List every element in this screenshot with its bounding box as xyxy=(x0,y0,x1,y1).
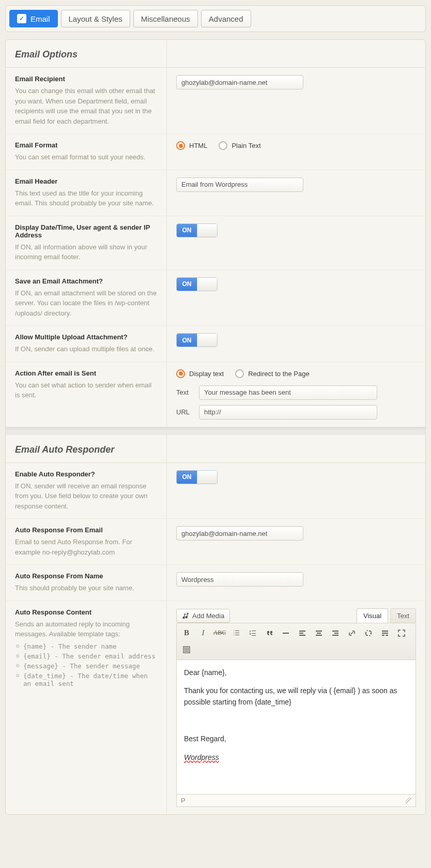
tag-message: {message} - The sender message xyxy=(16,662,157,670)
label-save-attachment: Save an Email Attachment? xyxy=(15,277,157,285)
radio-format-plain[interactable]: Plain Text xyxy=(219,141,260,150)
editor-line-2: Thank you for contacting us, we will rep… xyxy=(184,685,408,708)
toggle-on-label: ON xyxy=(177,471,197,484)
label-multi-attachment: Allow Multiple Upload Attachment? xyxy=(15,333,157,341)
input-action-text[interactable] xyxy=(199,385,377,400)
svg-rect-0 xyxy=(283,633,289,634)
blockquote-button[interactable] xyxy=(263,626,276,640)
label-action-text: Text xyxy=(176,388,194,396)
desc-save-attachment: If ON, an email attachment will be store… xyxy=(15,288,157,319)
row-datetime-ip: Display Date/Time, User agent & sender I… xyxy=(6,216,425,270)
editor-body[interactable]: Dear {name}, Thank you for contacting us… xyxy=(176,660,416,795)
radio-dot-icon xyxy=(176,369,185,378)
insert-more-button[interactable] xyxy=(378,626,392,640)
desc-email-header: This text used as the title for your inc… xyxy=(15,188,157,208)
desc-action-after-sent: You can set what action to sender when e… xyxy=(15,380,157,400)
row-email-header: Email Header This text used as the title… xyxy=(6,170,425,216)
desc-email-format: You can set email format to suit your ne… xyxy=(15,152,157,162)
italic-button[interactable]: I xyxy=(196,626,210,640)
editor-statusbar: P xyxy=(176,795,416,807)
editor-toolbar: B I ABC xyxy=(176,623,416,660)
editor-tab-text[interactable]: Text xyxy=(390,608,416,623)
editor-path: P xyxy=(181,797,186,804)
label-ar-from-email: Auto Response From Email xyxy=(15,526,157,534)
row-ar-content: Auto Response Content Sends an automated… xyxy=(6,601,425,814)
row-save-attachment: Save an Email Attachment? If ON, an emai… xyxy=(6,270,425,326)
toolbar-toggle-button[interactable] xyxy=(180,643,193,656)
unlink-button[interactable] xyxy=(362,626,375,640)
label-enable-ar: Enable Auto Responder? xyxy=(15,470,157,478)
label-datetime-ip: Display Date/Time, User agent & sender I… xyxy=(15,223,157,239)
label-action-url: URL xyxy=(176,408,194,416)
toggle-datetime-ip[interactable]: ON xyxy=(176,223,218,237)
resize-handle-icon[interactable] xyxy=(405,797,411,803)
input-email-recipient[interactable] xyxy=(176,75,303,89)
label-ar-content: Auto Response Content xyxy=(15,608,157,616)
label-action-after-sent: Action After email is Sent xyxy=(15,369,157,377)
align-right-button[interactable] xyxy=(329,626,342,640)
section-title-email-options: Email Options xyxy=(15,49,157,60)
radio-action-redirect[interactable]: Redirect to the Page xyxy=(235,369,310,378)
tab-layout-styles[interactable]: Layout & Styles xyxy=(61,10,130,27)
label-email-header: Email Header xyxy=(15,177,157,185)
check-icon: ✓ xyxy=(17,14,26,23)
editor-line-1: Dear {name}, xyxy=(184,667,408,679)
settings-card: Email Options Email Recipient You can ch… xyxy=(5,39,426,815)
toggle-knob xyxy=(197,334,217,347)
tab-layout-label: Layout & Styles xyxy=(69,14,122,23)
strikethrough-button[interactable]: ABC xyxy=(213,626,226,640)
row-email-format: Email Format You can set email format to… xyxy=(6,133,425,170)
bold-button[interactable]: B xyxy=(180,626,193,640)
radio-action-display-text[interactable]: Display text xyxy=(176,369,224,378)
tab-misc-label: Miscellaneous xyxy=(141,14,190,23)
toggle-enable-ar[interactable]: ON xyxy=(176,470,218,484)
row-email-recipient: Email Recipient You can change this emai… xyxy=(6,67,425,133)
fullscreen-button[interactable] xyxy=(395,626,408,640)
tab-email[interactable]: ✓ Email xyxy=(9,10,58,27)
input-action-url[interactable] xyxy=(199,405,377,420)
radio-format-html[interactable]: HTML xyxy=(176,141,207,150)
input-ar-from-email[interactable] xyxy=(176,526,303,541)
radio-dot-icon xyxy=(219,141,227,150)
tabs-card: ✓ Email Layout & Styles Miscellaneous Ad… xyxy=(5,5,426,32)
horizontal-rule-button[interactable] xyxy=(279,626,293,640)
toggle-save-attachment[interactable]: ON xyxy=(176,277,218,291)
row-enable-auto-responder: Enable Auto Responder? If ON, sender wil… xyxy=(6,462,425,519)
radio-dot-icon xyxy=(235,369,244,378)
input-email-header[interactable] xyxy=(176,177,303,192)
toggle-on-label: ON xyxy=(177,334,197,347)
align-left-button[interactable] xyxy=(296,626,309,640)
add-media-button[interactable]: Add Media xyxy=(176,609,230,623)
radio-action-display-text-label: Display text xyxy=(189,370,224,378)
radio-action-redirect-label: Redirect to the Page xyxy=(248,370,310,378)
toggle-on-label: ON xyxy=(177,278,197,291)
toggle-knob xyxy=(197,278,217,291)
music-note-icon xyxy=(182,612,189,619)
label-ar-from-name: Auto Response From Name xyxy=(15,572,157,580)
row-ar-from-email: Auto Response From Email Email to send A… xyxy=(6,518,425,564)
toggle-multi-attachment[interactable]: ON xyxy=(176,333,218,347)
bullet-list-button[interactable] xyxy=(229,626,243,640)
tag-email: {email} - The sender email address xyxy=(16,652,157,660)
number-list-button[interactable] xyxy=(246,626,259,640)
tab-advanced[interactable]: Advanced xyxy=(201,10,251,27)
toggle-knob xyxy=(197,224,217,237)
input-ar-from-name[interactable] xyxy=(176,572,303,587)
tab-advanced-label: Advanced xyxy=(209,14,243,23)
template-tags-list: {name} - The sender name {email} - The s… xyxy=(16,642,157,687)
radio-format-html-label: HTML xyxy=(189,142,207,149)
toggle-on-label: ON xyxy=(177,224,197,237)
desc-multi-attachment: If ON, sender can upload multiple files … xyxy=(15,344,157,354)
editor-tab-visual[interactable]: Visual xyxy=(357,608,388,623)
tab-miscellaneous[interactable]: Miscellaneous xyxy=(133,10,198,27)
align-center-button[interactable] xyxy=(312,626,326,640)
editor-header: Add Media Visual Text xyxy=(176,608,416,623)
row-action-after-sent: Action After email is Sent You can set w… xyxy=(6,362,425,427)
link-button[interactable] xyxy=(345,626,359,640)
editor-line-3: Best Regard, xyxy=(184,734,408,745)
tabs: ✓ Email Layout & Styles Miscellaneous Ad… xyxy=(9,10,422,27)
section-title-auto-responder: Email Auto Responder xyxy=(15,444,157,455)
desc-ar-content: Sends an automated reply to incoming mes… xyxy=(15,619,157,639)
row-ar-from-name: Auto Response From Name This should prob… xyxy=(6,564,425,601)
section-email-options: Email Options xyxy=(6,40,425,67)
